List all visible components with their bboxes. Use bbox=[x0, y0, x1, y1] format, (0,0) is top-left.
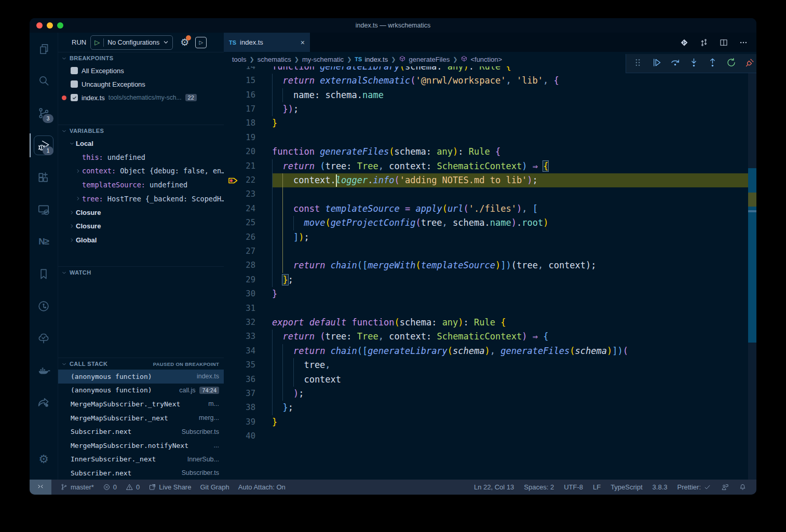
line-number[interactable]: 37 bbox=[224, 387, 255, 401]
close-tab-icon[interactable]: × bbox=[301, 38, 305, 47]
checkbox-unchecked[interactable] bbox=[71, 80, 78, 88]
configure-gear-button[interactable]: ⚙ bbox=[180, 36, 189, 48]
status-item-ts-version[interactable]: 3.8.3 bbox=[653, 483, 668, 491]
remote-indicator[interactable] bbox=[30, 480, 51, 495]
line-number[interactable]: 17 bbox=[224, 102, 255, 116]
scrollbar[interactable] bbox=[748, 52, 756, 480]
activity-bar-item-testing[interactable] bbox=[30, 322, 58, 354]
call-stack-frame[interactable]: InnerSubscriber._nextInnerSub... bbox=[58, 453, 224, 467]
status-item-problems-warnings[interactable]: 0 bbox=[126, 483, 140, 491]
code-line[interactable]: }; bbox=[272, 273, 293, 287]
breakpoint-row[interactable]: index.tstools/schematics/my-sch...22 bbox=[58, 91, 224, 104]
breadcrumb-item[interactable]: schematics bbox=[258, 56, 291, 63]
section-header[interactable]: CALL STACKPAUSED ON BREAKPOINT bbox=[58, 358, 224, 370]
launch-configuration-dropdown[interactable]: ▷ No Configurations bbox=[90, 35, 173, 50]
line-number[interactable]: 16 bbox=[224, 88, 255, 102]
status-item-eol[interactable]: LF bbox=[593, 483, 601, 491]
variable-row[interactable]: tree: HostTree {_backend: ScopedH… bbox=[58, 192, 224, 206]
activity-bar-item-nx-console[interactable]: N≥ bbox=[30, 226, 58, 258]
variables-scope-row[interactable]: Closure bbox=[58, 206, 224, 220]
variables-scope-row[interactable]: Local bbox=[58, 137, 224, 151]
call-stack-frame[interactable]: Subscriber.nextSubscriber.ts bbox=[58, 466, 224, 480]
breadcrumb-item[interactable]: <function> bbox=[460, 56, 502, 63]
code-line[interactable]: context.logger.info('adding NOTES.md to … bbox=[272, 173, 538, 187]
split-editor-icon[interactable] bbox=[719, 38, 728, 47]
code-line[interactable]: return chain([generateLibrary(schema), g… bbox=[272, 344, 628, 358]
line-number[interactable]: 24 bbox=[224, 202, 255, 216]
activity-bar-item-bookmarks[interactable] bbox=[30, 258, 58, 290]
line-number[interactable]: 15 bbox=[224, 74, 255, 88]
code-line[interactable]: context bbox=[272, 373, 341, 387]
activity-bar-item-remote-explorer[interactable] bbox=[30, 194, 58, 226]
call-stack-frame[interactable]: (anonymous function)call.js74:24 bbox=[58, 384, 224, 398]
open-debug-console-button[interactable]: ▷ bbox=[195, 37, 207, 48]
breadcrumb-item[interactable]: generateFiles bbox=[399, 56, 450, 63]
status-item-live-share[interactable]: Live Share bbox=[148, 483, 191, 491]
status-item-git-branch[interactable]: master* bbox=[60, 483, 94, 491]
checkbox-checked[interactable] bbox=[71, 94, 78, 101]
code-line[interactable]: return externalSchematic('@nrwl/workspac… bbox=[272, 74, 559, 88]
breakpoint-row[interactable]: All Exceptions bbox=[58, 64, 224, 77]
debug-current-line-arrow[interactable] bbox=[228, 173, 240, 187]
status-item-language-mode[interactable]: TypeScript bbox=[611, 483, 642, 491]
status-item-git-graph[interactable]: Git Graph bbox=[200, 483, 229, 491]
code-line[interactable]: return (tree: Tree, context: SchematicCo… bbox=[272, 159, 548, 173]
start-debug-icon[interactable]: ▷ bbox=[94, 38, 100, 46]
line-number[interactable]: 26 bbox=[224, 230, 255, 244]
line-number[interactable]: 36 bbox=[224, 373, 255, 387]
code-line[interactable]: }); bbox=[272, 102, 299, 116]
status-item-problems-errors[interactable]: 0 bbox=[103, 483, 117, 491]
line-number[interactable]: 39 bbox=[224, 415, 255, 429]
code-line[interactable]: tree, bbox=[272, 358, 331, 372]
line-number[interactable]: 27 bbox=[224, 244, 255, 258]
compare-changes-icon[interactable] bbox=[699, 38, 709, 47]
code-line[interactable]: } bbox=[272, 287, 277, 301]
line-number[interactable]: 29 bbox=[224, 273, 255, 287]
line-number[interactable]: 31 bbox=[224, 302, 255, 316]
code-line[interactable]: return (tree: Tree, context: SchematicCo… bbox=[272, 330, 548, 344]
breadcrumb-item[interactable]: TSindex.ts bbox=[355, 56, 388, 63]
line-number[interactable]: 28 bbox=[224, 258, 255, 272]
variable-row[interactable]: this: undefined bbox=[58, 151, 224, 165]
line-number[interactable]: 20 bbox=[224, 145, 255, 159]
line-number[interactable]: 30 bbox=[224, 287, 255, 301]
activity-bar-item-live-share[interactable] bbox=[30, 387, 58, 419]
line-number[interactable]: 33 bbox=[224, 330, 255, 344]
code-line[interactable]: name: schema.name bbox=[272, 88, 384, 102]
gitlens-icon[interactable] bbox=[680, 38, 689, 47]
call-stack-frame[interactable]: MergeMapSubscriber._nextmerg... bbox=[58, 411, 224, 425]
call-stack-frame[interactable]: (anonymous function)index.ts bbox=[58, 370, 224, 384]
step-into-button[interactable] bbox=[688, 57, 699, 70]
section-header[interactable]: VARIABLES bbox=[58, 125, 224, 137]
line-number[interactable]: 18 bbox=[224, 116, 255, 130]
status-item-feedback[interactable] bbox=[721, 483, 729, 491]
line-number[interactable]: 35 bbox=[224, 358, 255, 372]
activity-bar-item-docker[interactable] bbox=[30, 354, 58, 387]
status-item-auto-attach[interactable]: Auto Attach: On bbox=[238, 483, 286, 491]
variable-row[interactable]: templateSource: undefined bbox=[58, 178, 224, 192]
status-item-prettier[interactable]: Prettier: bbox=[677, 483, 711, 491]
code-editor[interactable]: 14function generateLibrary(schema: any):… bbox=[224, 47, 756, 480]
zoom-window-button[interactable] bbox=[57, 22, 63, 29]
activity-bar-item-run-and-debug[interactable]: 1 bbox=[30, 129, 58, 161]
code-line[interactable]: return chain([mergeWith(templateSource)]… bbox=[272, 258, 597, 272]
line-number[interactable]: 19 bbox=[224, 131, 255, 145]
step-out-button[interactable] bbox=[707, 57, 718, 70]
variables-scope-row[interactable]: Closure bbox=[58, 220, 224, 234]
restart-button[interactable] bbox=[726, 57, 737, 70]
code-line[interactable]: export default function(schema: any): Ru… bbox=[272, 316, 506, 330]
checkbox-unchecked[interactable] bbox=[71, 67, 78, 74]
breakpoint-row[interactable]: Uncaught Exceptions bbox=[58, 77, 224, 91]
activity-bar-item-search[interactable] bbox=[30, 65, 58, 97]
call-stack-frame[interactable]: Subscriber.nextSubscriber.ts bbox=[58, 425, 224, 439]
status-item-notifications[interactable] bbox=[739, 483, 747, 491]
line-number[interactable]: 21 bbox=[224, 159, 255, 173]
status-item-encoding[interactable]: UTF-8 bbox=[564, 483, 583, 491]
line-number[interactable]: 25 bbox=[224, 216, 255, 230]
line-number[interactable]: 34 bbox=[224, 344, 255, 358]
minimize-window-button[interactable] bbox=[47, 22, 53, 29]
code-line[interactable]: ); bbox=[272, 387, 304, 401]
activity-bar-item-manage[interactable]: ⚙ bbox=[30, 443, 58, 475]
variable-row[interactable]: context: Object {debug: false, en… bbox=[58, 164, 224, 178]
status-item-indentation[interactable]: Spaces: 2 bbox=[524, 483, 554, 491]
